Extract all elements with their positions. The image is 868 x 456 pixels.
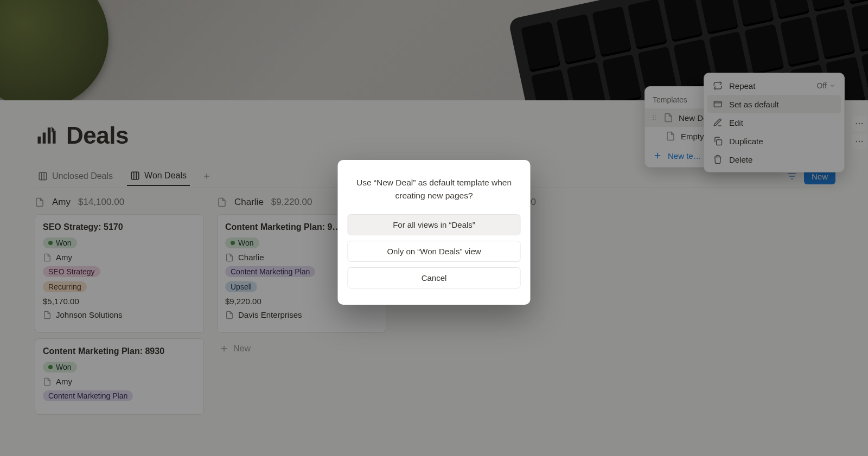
modal-cancel[interactable]: Cancel bbox=[348, 267, 521, 288]
modal-option-this-view[interactable]: Only on “Won Deals” view bbox=[348, 241, 521, 262]
modal-option-all-views[interactable]: For all views in “Deals” bbox=[348, 214, 521, 235]
modal-text: Use “New Deal” as default template when … bbox=[348, 176, 521, 202]
default-template-modal: Use “New Deal” as default template when … bbox=[338, 160, 531, 305]
